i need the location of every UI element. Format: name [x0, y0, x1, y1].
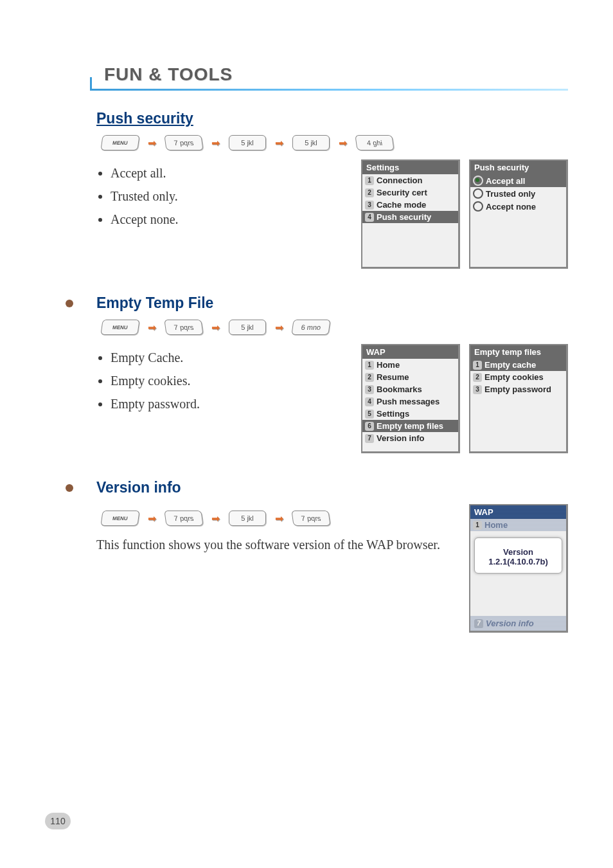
arrow-icon: ➡ — [211, 512, 220, 525]
screen-title: Empty temp files — [470, 345, 566, 359]
phone-screen-empty-temp: Empty temp files 1Empty cache 2Empty coo… — [469, 344, 568, 453]
menu-item: 3Cache mode — [362, 199, 458, 211]
menu-item: 2Empty cookies — [470, 371, 566, 383]
list-item: Accept none. — [111, 210, 348, 229]
menu-key-icon: MENU — [100, 135, 139, 150]
list-item: Empty password. — [111, 394, 348, 413]
list-item: Empty cookies. — [111, 371, 348, 390]
key-sequence: MENU ➡ 7 pqrs ➡ 5 jkl ➡ 5 jkl ➡ 4 ghi — [102, 135, 568, 150]
key-4: 4 ghi — [355, 135, 394, 150]
list-item: Accept all. — [111, 163, 348, 183]
key-7: 7 pqrs — [164, 511, 203, 526]
body-text: Accept all. Trusted only. Accept none. — [96, 159, 348, 233]
menu-item: 3Bookmarks — [362, 383, 458, 395]
menu-item-dimmed: 1Home — [470, 519, 566, 531]
arrow-icon: ➡ — [211, 321, 220, 334]
menu-item: 1Home — [362, 359, 458, 371]
menu-item: 3Empty password — [470, 383, 566, 395]
menu-key-icon: MENU — [100, 511, 139, 526]
phone-screen-push-security: Push security Accept all Trusted only Ac… — [469, 159, 568, 269]
title-rule — [90, 89, 568, 91]
key-5: 5 jkl — [292, 135, 330, 150]
menu-item-dimmed: 7Version info — [470, 616, 566, 631]
menu-item: 7Version info — [362, 432, 458, 444]
section-title: Push security — [96, 110, 568, 127]
menu-item: 4Push messages — [362, 395, 458, 408]
bullet-icon — [66, 300, 73, 307]
body-text: Empty Cache. Empty cookies. Empty passwo… — [96, 344, 348, 417]
key-5: 5 jkl — [229, 135, 266, 150]
menu-item-selected: 6Empty temp files — [362, 420, 458, 432]
arrow-icon: ➡ — [275, 137, 283, 149]
radio-option: Trusted only — [470, 187, 566, 200]
menu-item-selected: 4Push security — [362, 211, 458, 223]
key-6: 6 mno — [291, 320, 330, 335]
key-7: 7 pqrs — [164, 320, 203, 335]
radio-on-icon — [473, 176, 483, 186]
radio-option: Accept none — [470, 200, 566, 213]
section-title: Version info — [96, 479, 568, 496]
arrow-icon: ➡ — [339, 137, 347, 149]
section-version-info: Version info MENU ➡ 7 pqrs ➡ 5 jkl ➡ 7 p… — [77, 479, 568, 633]
phone-screen-version: WAP 1Home Version 1.2.1(4.10.0.7b) 7Vers… — [469, 504, 568, 633]
menu-item: 1Connection — [362, 174, 458, 186]
key-7: 7 pqrs — [291, 511, 330, 526]
arrow-icon: ➡ — [148, 512, 156, 525]
key-7: 7 pqrs — [164, 135, 203, 150]
key-5: 5 jkl — [229, 511, 266, 526]
arrow-icon: ➡ — [211, 137, 220, 149]
arrow-icon: ➡ — [275, 321, 283, 334]
radio-option-selected: Accept all — [470, 174, 566, 187]
bullet-icon — [66, 484, 73, 492]
popup-version-value: 1.2.1(4.10.0.7b) — [477, 557, 559, 566]
screen-title: WAP — [362, 345, 458, 359]
section-empty-temp: Empty Temp File MENU ➡ 7 pqrs ➡ 5 jkl ➡ … — [77, 294, 568, 453]
paragraph: This function shows you the software ver… — [96, 535, 456, 554]
menu-item: 2Security cert — [362, 186, 458, 199]
list-item: Trusted only. — [111, 186, 348, 206]
title-tick — [90, 77, 92, 89]
screen-title: Settings — [362, 161, 458, 174]
phone-screen-wap: WAP 1Home 2Resume 3Bookmarks 4Push messa… — [361, 344, 460, 453]
menu-item-selected: 1Empty cache — [470, 359, 566, 371]
arrow-icon: ➡ — [148, 137, 156, 149]
radio-off-icon — [473, 188, 483, 199]
list-item: Empty Cache. — [111, 348, 348, 367]
key-sequence: MENU ➡ 7 pqrs ➡ 5 jkl ➡ 6 mno — [102, 320, 568, 335]
page-number: 110 — [45, 813, 71, 829]
menu-item: 2Resume — [362, 371, 458, 383]
phone-screen-settings: Settings 1Connection 2Security cert 3Cac… — [361, 159, 460, 269]
key-5: 5 jkl — [229, 320, 266, 335]
screen-title: Push security — [470, 161, 566, 174]
arrow-icon: ➡ — [275, 512, 283, 525]
screen-title: WAP — [470, 505, 566, 519]
menu-item: 5Settings — [362, 408, 458, 420]
arrow-icon: ➡ — [148, 321, 156, 334]
section-title: Empty Temp File — [96, 294, 568, 312]
popup-version-label: Version — [477, 547, 559, 557]
radio-off-icon — [473, 201, 483, 212]
key-sequence: MENU ➡ 7 pqrs ➡ 5 jkl ➡ 7 pqrs — [102, 511, 456, 526]
version-popup: Version 1.2.1(4.10.0.7b) — [474, 538, 562, 574]
section-push-security: Push security MENU ➡ 7 pqrs ➡ 5 jkl ➡ 5 … — [77, 110, 568, 269]
body-text: This function shows you the software ver… — [96, 535, 456, 554]
menu-key-icon: MENU — [100, 320, 139, 335]
